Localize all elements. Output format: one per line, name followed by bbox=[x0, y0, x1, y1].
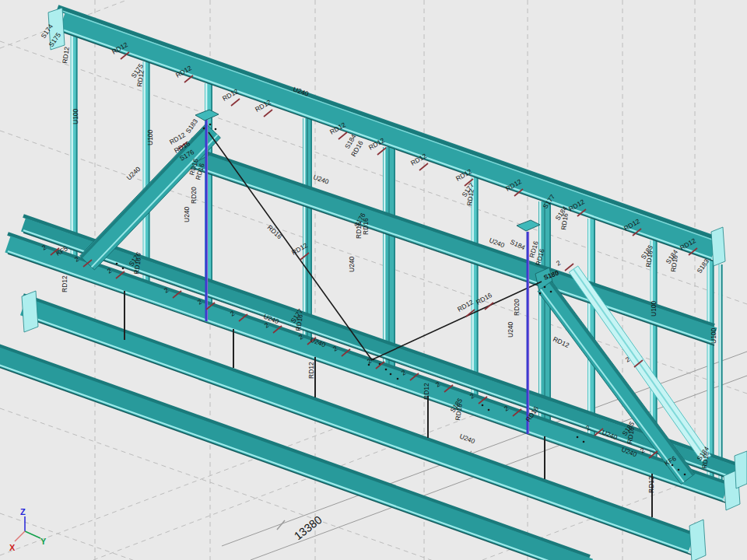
axis-label-z: Z bbox=[20, 507, 26, 516]
dimension-text: 13380 bbox=[292, 513, 324, 542]
part-mark-label: RD12 bbox=[307, 362, 315, 379]
part-mark-label: U240 bbox=[183, 206, 191, 222]
vertical-member[interactable] bbox=[143, 61, 150, 285]
vertical-member[interactable] bbox=[303, 118, 312, 341]
bolt-dot bbox=[397, 378, 399, 380]
bolt-dot bbox=[385, 369, 388, 371]
chord-beam[interactable] bbox=[8, 234, 725, 503]
part-mark-label: U240 bbox=[348, 256, 356, 272]
vertical-member[interactable] bbox=[472, 177, 479, 398]
connection-tick bbox=[485, 303, 493, 310]
vertical-member[interactable] bbox=[71, 36, 78, 260]
bolt-dot bbox=[116, 263, 118, 265]
axis-label-y: Y bbox=[40, 537, 47, 546]
part-mark-label: U100 bbox=[146, 129, 154, 145]
part-mark-label: S183 bbox=[184, 117, 199, 135]
part-mark-label: RD16 bbox=[669, 254, 679, 272]
axis-arrow bbox=[25, 531, 40, 538]
anchor-plate[interactable] bbox=[195, 110, 219, 121]
connection-tick bbox=[264, 110, 272, 117]
bolt-dot bbox=[390, 373, 392, 376]
vertical-member[interactable] bbox=[707, 261, 714, 481]
bolt-dot bbox=[488, 409, 490, 411]
bracing-rod[interactable] bbox=[371, 282, 542, 360]
bolt-dot bbox=[678, 469, 680, 471]
part-mark-label: RD12 bbox=[61, 46, 71, 64]
part-mark-label: RD12 bbox=[552, 335, 570, 349]
part-mark-label: RD16 bbox=[559, 212, 570, 230]
vertical-member[interactable] bbox=[383, 147, 395, 369]
part-mark-label: RD16 bbox=[454, 403, 464, 421]
channel-end-face bbox=[711, 227, 725, 266]
vertical-member[interactable] bbox=[587, 219, 595, 439]
part-mark-label: RD12 bbox=[61, 275, 68, 292]
axis-label-x: X bbox=[9, 543, 16, 552]
axis-arrow bbox=[15, 531, 25, 541]
bolt-dot bbox=[373, 359, 375, 361]
vertical-member[interactable] bbox=[719, 264, 723, 485]
part-mark-label: U240 bbox=[488, 236, 506, 250]
connection-tick bbox=[338, 132, 347, 139]
bolt-dot bbox=[577, 436, 579, 439]
part-mark-label: U240 bbox=[125, 165, 142, 181]
part-mark-label: RD16 bbox=[362, 218, 370, 235]
bolt-dot bbox=[583, 441, 585, 443]
channel-end-face bbox=[22, 291, 38, 332]
channel-end-face bbox=[689, 520, 706, 560]
vertical-member[interactable] bbox=[538, 201, 551, 422]
bolt-dot bbox=[122, 268, 124, 270]
part-mark-label: S184 bbox=[509, 238, 526, 252]
bolt-dot bbox=[215, 128, 217, 131]
bolt-dot bbox=[209, 124, 212, 126]
cad-viewport[interactable]: S174S175RD12RD12S175RD12U100RD12S183RD12… bbox=[0, 0, 747, 560]
connection-tick bbox=[231, 99, 240, 106]
chord-beams[interactable] bbox=[0, 8, 738, 560]
bolt-dot bbox=[203, 128, 205, 130]
grid-line-y bbox=[0, 41, 747, 304]
part-mark-label: U100 bbox=[72, 108, 79, 124]
part-mark-label: U240 bbox=[507, 321, 514, 338]
part-mark-label: RD20 bbox=[513, 299, 521, 316]
part-mark-label: 2 bbox=[555, 259, 562, 268]
part-mark-label: RD12 bbox=[647, 476, 655, 493]
part-mark-label: U240 bbox=[458, 432, 476, 446]
bolt-dot bbox=[482, 404, 484, 407]
channel-end-face bbox=[735, 451, 747, 488]
part-mark-label: U100 bbox=[650, 300, 658, 317]
part-mark-label: U100 bbox=[710, 327, 717, 344]
part-mark-label: RD20 bbox=[190, 187, 198, 204]
bolt-dot bbox=[684, 474, 686, 476]
part-mark-label: RD16 bbox=[266, 223, 284, 240]
chord-beam[interactable] bbox=[0, 344, 590, 560]
model-view-3d[interactable]: S174S175RD12RD12S175RD12U100RD12S183RD12… bbox=[0, 0, 747, 560]
part-mark-label: RD12 bbox=[423, 383, 430, 400]
bolt-dot bbox=[544, 286, 546, 289]
anchor-plate[interactable] bbox=[517, 220, 540, 231]
bolt-dot bbox=[550, 291, 552, 293]
bolt-dot bbox=[539, 292, 542, 295]
